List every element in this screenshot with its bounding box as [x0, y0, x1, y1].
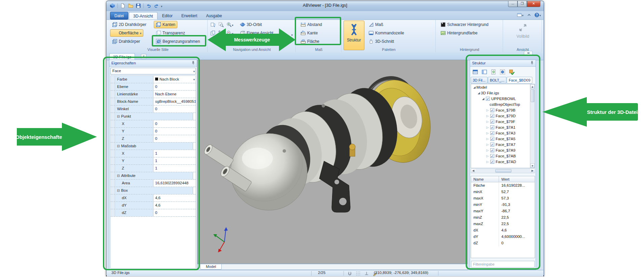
scrollbar-thumb[interactable] — [495, 169, 511, 173]
property-value[interactable]: 0 — [153, 83, 195, 90]
viewport-3d[interactable] — [197, 60, 468, 264]
tree-expander-icon[interactable] — [472, 86, 476, 89]
tree-horizontal-scrollbar[interactable]: ◀ ▶ — [471, 168, 535, 173]
tree-item-face-$7ab[interactable]: Face_$7AB — [471, 153, 535, 159]
tree-checkbox[interactable] — [490, 143, 494, 147]
property-value[interactable]: 0 — [153, 105, 195, 113]
structure-tab-3d-fil[interactable]: 3D Fil... — [471, 77, 488, 84]
split-vertical-button[interactable] — [481, 69, 488, 75]
collapse-icon[interactable] — [117, 144, 120, 148]
table-row[interactable]: maxY-86,7 — [471, 208, 535, 214]
tree-item-face-$7a7[interactable]: Face_$7A7 — [471, 142, 535, 147]
property-value[interactable]: Nach Block — [153, 76, 195, 83]
help-button[interactable] — [534, 12, 541, 18]
scroll-up-icon[interactable]: ▲ — [530, 84, 535, 89]
tree-checkbox[interactable] — [490, 114, 494, 118]
chevron-down-icon[interactable] — [193, 69, 195, 73]
tree-item-cstbrepobjecttop[interactable]: cstBrepObjectTop — [471, 101, 535, 107]
tree-checkbox[interactable] — [490, 154, 494, 158]
tree-expander-icon[interactable] — [486, 120, 490, 123]
tree-checkbox[interactable] — [490, 137, 494, 141]
tree-expander-icon[interactable] — [486, 143, 490, 146]
tree-checkbox[interactable] — [490, 131, 494, 135]
zoom-in-icon[interactable] — [226, 21, 234, 28]
3d-orbit-button[interactable]: 3D-Orbit — [238, 21, 264, 28]
property-value[interactable]: 1 — [153, 157, 195, 164]
kommandozeile-button[interactable]: Kommandozeile — [366, 29, 406, 37]
minimize-ribbon-button[interactable] — [526, 12, 532, 18]
tree-vertical-scrollbar[interactable]: ▲ ▼ — [530, 84, 535, 168]
tree-expander-icon[interactable] — [481, 97, 485, 100]
transparenz-button[interactable]: Transparenz — [154, 29, 187, 37]
collapse-chevron-button[interactable] — [524, 51, 533, 56]
refresh-tree-button[interactable] — [490, 69, 497, 75]
table-row[interactable]: dX4,6 — [471, 227, 535, 234]
maximize-button[interactable] — [517, 1, 527, 7]
pin-icon[interactable] — [191, 61, 195, 66]
scroll-right-icon[interactable]: ▶ — [530, 169, 535, 173]
property-value[interactable]: sgBrepBlock__4598051 — [153, 98, 195, 105]
apply-selection-button[interactable] — [508, 69, 515, 75]
tree-expander-icon[interactable] — [486, 154, 490, 158]
model-layout-tab[interactable]: Model — [200, 264, 222, 270]
collapse-icon[interactable] — [117, 189, 120, 192]
tab-datei[interactable]: Datei — [110, 12, 128, 20]
table-row[interactable]: minX52,7 — [471, 189, 535, 195]
tree-expander-icon[interactable] — [486, 109, 490, 112]
2d-drahtkörper-button[interactable]: 2D Drahtkörper — [110, 21, 148, 28]
tree-expander-icon[interactable] — [486, 160, 490, 163]
table-row[interactable]: dZ0 — [471, 240, 535, 246]
snap-magnet-button[interactable] — [346, 270, 353, 276]
filter-input[interactable] — [471, 261, 535, 268]
tree-item-face-$7a1[interactable]: Face_$7A1 — [471, 124, 535, 130]
property-value[interactable]: 0 — [153, 128, 195, 135]
tree-expander-icon[interactable] — [486, 137, 490, 141]
tree-item-face-$7ad[interactable]: Face_$7AD — [471, 159, 535, 164]
collapse-icon[interactable] — [117, 174, 120, 178]
tree-item-model[interactable]: Model — [471, 84, 535, 90]
rotate-view-icon[interactable] — [210, 21, 216, 28]
property-value[interactable]: Nach Ebene — [153, 91, 195, 98]
ortho-button[interactable] — [363, 270, 370, 276]
highlight-selection-button[interactable] — [499, 69, 506, 75]
collapse-icon[interactable] — [117, 115, 120, 118]
tree-item-face-$79b[interactable]: Face_$79B — [471, 107, 535, 113]
kante-button[interactable]: Kante — [298, 29, 320, 37]
tree-item-face-$79d[interactable]: Face_$79D — [471, 113, 535, 119]
table-row[interactable]: dY4,60000000... — [471, 234, 535, 240]
entity-type-select[interactable]: Face — [110, 68, 196, 74]
tab-ausgabe[interactable]: Ausgabe — [202, 12, 226, 20]
begrenzungsrahmen-button[interactable]: Begrenzungsrahmen — [154, 38, 202, 45]
scroll-left-icon[interactable]: ◀ — [471, 169, 475, 173]
structure-tab-face-$bd09[interactable]: Face_$BD09 — [507, 77, 532, 84]
property-value[interactable]: 4,6 — [153, 202, 195, 209]
document-tab[interactable]: 3D File.igs — [109, 53, 135, 60]
close-document-icon[interactable] — [141, 54, 146, 59]
tab-editor[interactable]: Editor — [158, 12, 177, 20]
tab-3d-ansicht[interactable]: 3D-Ansicht — [129, 12, 157, 20]
oberfläche-button[interactable]: Oberfläche — [110, 29, 143, 37]
tree-checkbox[interactable] — [490, 120, 494, 124]
tree-checkbox[interactable] — [490, 125, 494, 129]
property-value[interactable]: 16,6190228992448 — [153, 180, 195, 187]
property-value[interactable]: 0 — [153, 120, 195, 127]
3d-schnitt-button[interactable]: 3D-Schnitt — [366, 38, 396, 45]
tree-item-face-$79f[interactable]: Face_$79F — [471, 119, 535, 124]
tree-expander-icon[interactable] — [486, 114, 490, 118]
interface-style-button[interactable] — [517, 12, 524, 18]
maß-button[interactable]: Maß — [366, 21, 385, 28]
table-row[interactable]: minY-91,3 — [471, 202, 535, 208]
minimize-button[interactable] — [508, 1, 517, 7]
3d-model[interactable] — [198, 60, 468, 264]
kanten-button[interactable]: Kanten — [154, 21, 177, 28]
schwarzer-hintergrund-button[interactable]: Schwarzer Hintergrund — [438, 21, 491, 28]
tree-checkbox[interactable] — [486, 97, 490, 101]
grid-button[interactable] — [355, 270, 361, 276]
property-value[interactable]: 0 — [153, 209, 195, 216]
pin-icon[interactable] — [530, 61, 534, 66]
tree-expander-icon[interactable] — [486, 149, 490, 152]
scroll-down-icon[interactable]: ▼ — [530, 163, 535, 168]
tree-checkbox[interactable] — [490, 160, 494, 164]
oberfläche-dropdown[interactable] — [140, 31, 142, 35]
split-horizontal-button[interactable] — [472, 69, 478, 75]
